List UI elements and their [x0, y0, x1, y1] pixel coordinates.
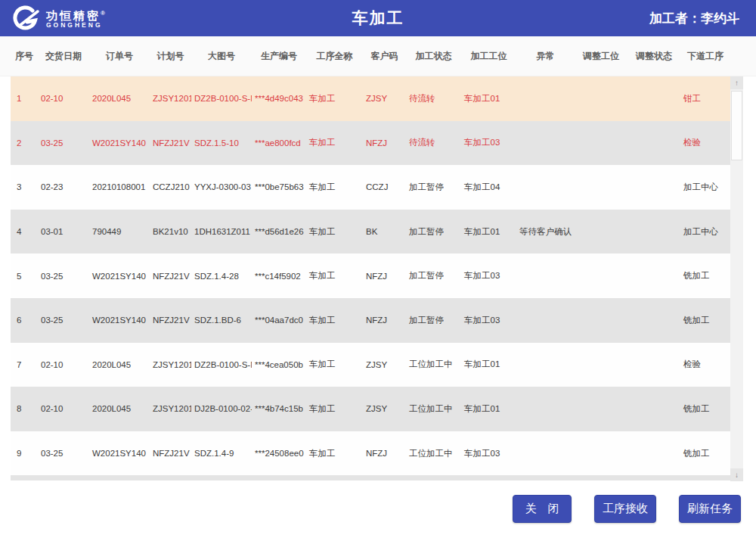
brand-name: 功恒精密 — [46, 9, 101, 22]
column-header-delivery-date: 交货日期 — [38, 50, 89, 63]
column-header-adjust-station: 调整工位 — [575, 50, 627, 63]
cell-seq: 5 — [11, 272, 38, 281]
cell-plan-no: BK21v10 — [150, 227, 191, 236]
scroll-up-button[interactable]: ↑ — [730, 76, 743, 89]
cell-work-station: 车加工01 — [461, 359, 516, 370]
cell-process-name: 车加工 — [306, 137, 363, 148]
app-header: 功恒精密® GONGHENG 车加工 加工者：李约斗 — [0, 0, 756, 36]
cell-process-name: 车加工 — [306, 359, 363, 370]
table-row[interactable]: 102-102020L045ZJSY1201DZ2B-0100-S-N-***4… — [11, 76, 730, 121]
column-header-process-status: 加工状态 — [406, 50, 461, 63]
cell-plan-no: NFZJ21V — [150, 449, 191, 458]
cell-drawing-no: SDZ.1.4-9 — [191, 449, 252, 458]
column-header-production-no: 生产编号 — [252, 50, 306, 63]
cell-production-no: ***24508ee0 — [252, 449, 306, 458]
cell-work-station: 车加工01 — [461, 93, 516, 104]
cell-production-no: ***ae800fcd — [252, 138, 306, 148]
cell-seq: 2 — [11, 138, 38, 148]
table-body: 102-102020L045ZJSY1201DZ2B-0100-S-N-***4… — [0, 76, 756, 481]
cell-drawing-no: SDZ.1.4-28 — [191, 272, 252, 281]
table-row-partial — [11, 475, 730, 480]
cell-drawing-no: SDZ.1.5-10 — [191, 138, 252, 148]
cell-drawing-no: DZ2B-0100-S-N- — [191, 94, 252, 103]
cell-work-station: 车加工03 — [461, 270, 516, 281]
cell-customer-code: NFZJ — [363, 449, 406, 458]
column-header-customer-code: 客户码 — [363, 50, 406, 63]
cell-process-name: 车加工 — [306, 270, 363, 281]
table-header-row: 序号交货日期订单号计划号大图号生产编号工序全称客户码加工状态加工工位异常调整工位… — [11, 36, 730, 76]
cell-process-name: 车加工 — [306, 403, 363, 415]
cell-next-process: 加工中心 — [680, 182, 730, 193]
cell-next-process: 检验 — [680, 359, 730, 370]
cell-next-process: 铣加工 — [680, 270, 730, 281]
cell-process-status: 工位加工中 — [406, 448, 461, 459]
cell-process-name: 车加工 — [306, 182, 363, 193]
cell-plan-no: ZJSY1201 — [150, 404, 191, 413]
table-row[interactable]: 603-25W2021SY140NFZJ21VSDZ.1.BD-6***04aa… — [11, 298, 730, 343]
cell-production-no: ***c14f5902 — [252, 272, 306, 281]
cell-production-no: ***0be75b63 — [252, 182, 306, 191]
brand-logo-icon — [9, 5, 41, 31]
scroll-down-button[interactable]: ↓ — [730, 468, 743, 481]
registered-mark: ® — [101, 10, 105, 17]
cell-customer-code: BK — [363, 227, 406, 236]
cell-next-process: 钳工 — [680, 93, 730, 104]
cell-customer-code: ZJSY — [363, 404, 406, 413]
cell-delivery-date: 02-23 — [38, 182, 89, 191]
cell-order-no: 790449 — [89, 227, 150, 236]
table-row[interactable]: 302-2320210108001CCZJ210YYXJ-0300-03***0… — [11, 165, 730, 210]
cell-plan-no: NFZJ21V — [150, 316, 191, 325]
cell-process-status: 加工暂停 — [406, 226, 461, 238]
cell-delivery-date: 02-10 — [38, 94, 89, 103]
cell-order-no: W2021SY140 — [89, 449, 150, 458]
table-row[interactable]: 903-25W2021SY140NFZJ21VSDZ.1.4-9***24508… — [11, 431, 730, 476]
cell-delivery-date: 03-25 — [38, 138, 89, 148]
scroll-up-icon: ↑ — [735, 79, 739, 87]
column-header-seq: 序号 — [11, 50, 38, 63]
cell-customer-code: ZJSY — [363, 94, 406, 103]
table-row[interactable]: 802-102020L045ZJSY1201DJ2B-0100-02-0***4… — [11, 387, 730, 431]
cell-process-status: 待流转 — [406, 137, 461, 148]
refresh-tasks-button[interactable]: 刷新任务 — [679, 495, 741, 523]
scrollbar-track[interactable] — [730, 89, 743, 468]
column-header-adjust-status: 调整状态 — [627, 50, 680, 63]
column-header-process-name: 工序全称 — [306, 50, 363, 63]
table-row[interactable]: 403-01790449BK21v101DH1631Z011***d56d1e2… — [11, 210, 730, 254]
table-row[interactable]: 503-25W2021SY140NFZJ21VSDZ.1.4-28***c14f… — [11, 253, 730, 298]
column-header-next-process: 下道工序 — [680, 50, 730, 63]
cell-production-no: ***4cea050b — [252, 360, 306, 369]
brand-name-en: GONGHENG — [46, 21, 105, 29]
cell-work-station: 车加工01 — [461, 226, 516, 238]
page-title: 车加工 — [0, 8, 756, 29]
cell-customer-code: NFZJ — [363, 138, 406, 148]
cell-delivery-date: 03-25 — [38, 449, 89, 458]
column-header-order-no: 订单号 — [89, 50, 150, 63]
close-button[interactable]: 关 闭 — [513, 495, 572, 523]
scrollbar-thumb[interactable] — [731, 91, 742, 160]
cell-next-process: 铣加工 — [680, 403, 730, 415]
cell-customer-code: CCZJ — [363, 182, 406, 191]
table-row[interactable]: 203-25W2021SY140NFZJ21VSDZ.1.5-10***ae80… — [11, 121, 730, 166]
cell-production-no: ***4b74c15b — [252, 404, 306, 413]
cell-seq: 7 — [11, 360, 38, 369]
scroll-down-icon: ↓ — [735, 471, 739, 479]
scrollbar[interactable]: ↑ ↓ — [730, 76, 743, 481]
cell-order-no: 2020L045 — [89, 94, 150, 103]
process-accept-button[interactable]: 工序接收 — [594, 495, 656, 523]
cell-customer-code: ZJSY — [363, 360, 406, 369]
cell-delivery-date: 02-10 — [38, 404, 89, 413]
cell-delivery-date: 03-25 — [38, 316, 89, 325]
cell-plan-no: CCZJ210 — [150, 182, 191, 191]
table-row[interactable]: 702-102020L045ZJSY1201DZ2B-0100-S-N.***4… — [11, 343, 730, 387]
column-header-work-station: 加工工位 — [461, 50, 516, 63]
cell-work-station: 车加工04 — [461, 182, 516, 193]
column-header-drawing-no: 大图号 — [191, 50, 252, 63]
column-header-exception: 异常 — [516, 50, 575, 63]
footer-actions: 关 闭 工序接收 刷新任务 — [0, 481, 756, 523]
table-header: 序号交货日期订单号计划号大图号生产编号工序全称客户码加工状态加工工位异常调整工位… — [0, 36, 756, 76]
operator-label: 加工者：李约斗 — [649, 10, 756, 27]
cell-delivery-date: 03-25 — [38, 272, 89, 281]
cell-process-status: 待流转 — [406, 93, 461, 104]
cell-customer-code: NFZJ — [363, 316, 406, 325]
cell-seq: 9 — [11, 449, 38, 458]
